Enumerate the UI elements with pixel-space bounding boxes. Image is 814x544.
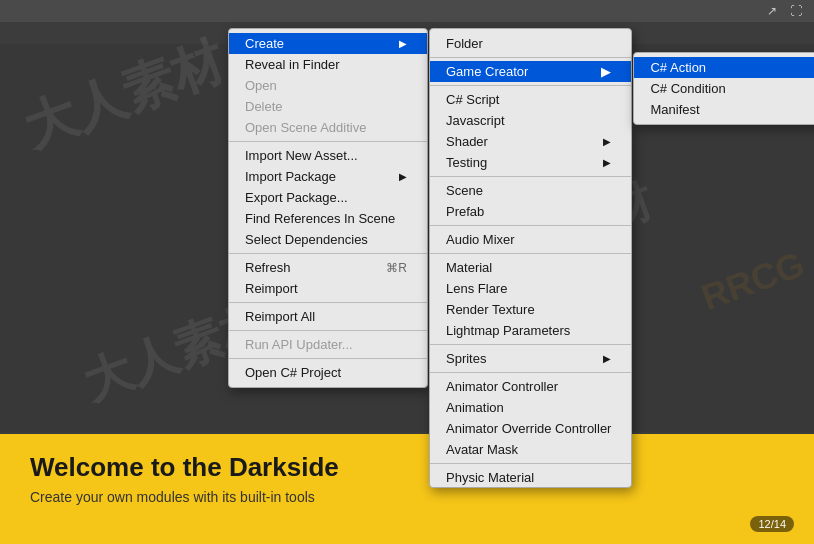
share-icon[interactable]: ↗ xyxy=(764,3,780,19)
welcome-subtitle: Create your own modules with its built-i… xyxy=(30,489,784,505)
sep-c5 xyxy=(430,253,631,254)
menu-item-open: Open xyxy=(229,75,427,96)
sep-c7 xyxy=(430,372,631,373)
menu-item-reimport-all[interactable]: Reimport All xyxy=(229,306,427,327)
submenu-item-animator-override[interactable]: Animator Override Controller xyxy=(430,418,631,439)
page-counter: 12/14 xyxy=(750,516,794,532)
submenu-item-animation[interactable]: Animation xyxy=(430,397,631,418)
sep-c4 xyxy=(430,225,631,226)
menu-item-open-additive: Open Scene Additive xyxy=(229,117,427,138)
submenu-item-folder[interactable]: Folder xyxy=(430,33,631,54)
fullscreen-icon[interactable]: ⛶ xyxy=(788,3,804,19)
menu-item-export-package[interactable]: Export Package... xyxy=(229,187,427,208)
separator-4 xyxy=(229,330,427,331)
submenu-item-javascript[interactable]: Javascript xyxy=(430,110,631,131)
gc-item-csharp-condition[interactable]: C# Condition xyxy=(634,78,814,99)
menu-item-find-refs[interactable]: Find References In Scene xyxy=(229,208,427,229)
separator-1 xyxy=(229,141,427,142)
submenu-item-lens-flare[interactable]: Lens Flare xyxy=(430,278,631,299)
sep-c3 xyxy=(430,176,631,177)
separator-2 xyxy=(229,253,427,254)
separator-5 xyxy=(229,358,427,359)
submenu-item-material[interactable]: Material xyxy=(430,257,631,278)
submenu-item-csharp[interactable]: C# Script xyxy=(430,89,631,110)
menu-item-import-new[interactable]: Import New Asset... xyxy=(229,145,427,166)
gc-item-manifest[interactable]: Manifest xyxy=(634,99,814,120)
separator-3 xyxy=(229,302,427,303)
menu-item-refresh[interactable]: Refresh ⌘R xyxy=(229,257,427,278)
sep-c6 xyxy=(430,344,631,345)
submenu-item-testing[interactable]: Testing ▶ xyxy=(430,152,631,173)
submenu-item-prefab[interactable]: Prefab xyxy=(430,201,631,222)
assets-context-menu: Create ▶ Reveal in Finder Open Delete Op… xyxy=(228,28,428,388)
game-creator-submenu: C# Action C# Condition Manifest xyxy=(633,52,814,125)
submenu-item-avatar-mask[interactable]: Avatar Mask xyxy=(430,439,631,460)
submenu-item-lightmap-params[interactable]: Lightmap Parameters xyxy=(430,320,631,341)
menu-item-open-csharp[interactable]: Open C# Project xyxy=(229,362,427,383)
submenu-item-render-texture[interactable]: Render Texture xyxy=(430,299,631,320)
welcome-title: Welcome to the Darkside xyxy=(30,452,784,483)
menu-item-reveal[interactable]: Reveal in Finder xyxy=(229,54,427,75)
menu-item-reimport[interactable]: Reimport xyxy=(229,278,427,299)
gc-item-csharp-action[interactable]: C# Action xyxy=(634,57,814,78)
top-bar: ↗ ⛶ xyxy=(0,0,814,22)
sep-c1 xyxy=(430,57,631,58)
menu-item-import-package[interactable]: Import Package ▶ xyxy=(229,166,427,187)
submenu-item-scene[interactable]: Scene xyxy=(430,180,631,201)
menu-item-select-deps[interactable]: Select Dependencies xyxy=(229,229,427,250)
menu-item-run-api: Run API Updater... xyxy=(229,334,427,355)
menu-item-delete: Delete xyxy=(229,96,427,117)
sep-c8 xyxy=(430,463,631,464)
submenu-item-shader[interactable]: Shader ▶ xyxy=(430,131,631,152)
create-submenu: Folder Game Creator ▶ C# Script Javascri… xyxy=(429,28,632,488)
submenu-item-game-creator[interactable]: Game Creator ▶ xyxy=(430,61,631,82)
submenu-item-physic-mat[interactable]: Physic Material xyxy=(430,467,631,488)
menu-item-create[interactable]: Create ▶ xyxy=(229,33,427,54)
submenu-item-audio-mixer[interactable]: Audio Mixer xyxy=(430,229,631,250)
submenu-item-sprites[interactable]: Sprites ▶ xyxy=(430,348,631,369)
welcome-panel: Welcome to the Darkside Create your own … xyxy=(0,434,814,544)
submenu-item-animator-ctrl[interactable]: Animator Controller xyxy=(430,376,631,397)
sep-c2 xyxy=(430,85,631,86)
